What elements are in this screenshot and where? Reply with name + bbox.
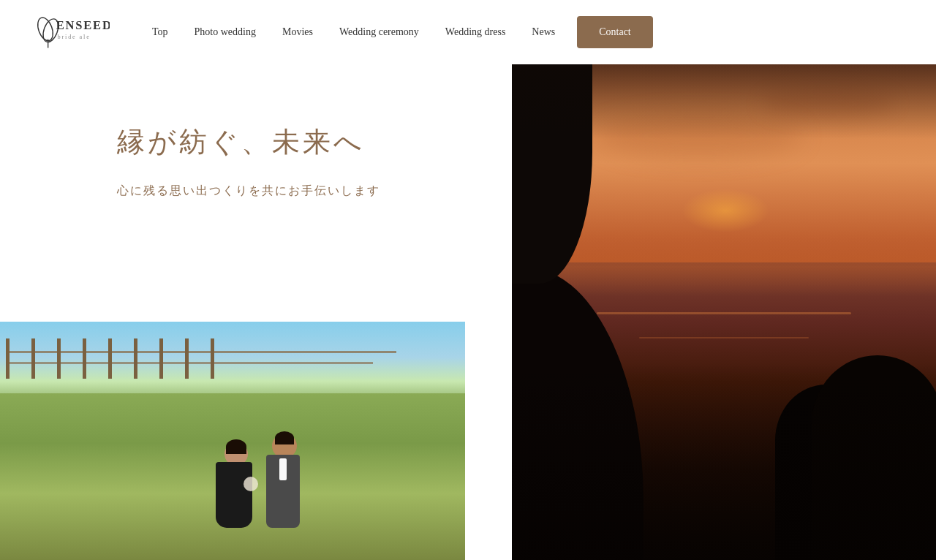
nav-photo-wedding[interactable]: Photo wedding [181,26,269,38]
nav-top[interactable]: Top [139,26,181,38]
left-panel: 縁が紡ぐ、未来へ 心に残る思い出つくりを共にお手伝いします [0,64,512,560]
main-title: 縁が紡ぐ、未来へ [117,123,512,162]
hero-text: 縁が紡ぐ、未来へ 心に残る思い出つくりを共にお手伝いします [0,64,512,243]
right-panel [512,64,936,560]
nav-wedding-dress[interactable]: Wedding dress [432,26,518,38]
main-content: 縁が紡ぐ、未来へ 心に残る思い出つくりを共にお手伝いします [0,64,936,560]
svg-text:ENSEED: ENSEED [56,18,110,32]
meadow-image [0,322,465,560]
header: ENSEED bride ale Top Photo wedding Movie… [0,0,936,64]
sub-title: 心に残る思い出つくりを共にお手伝いします [117,183,512,199]
nav-contact[interactable]: Contact [577,16,653,48]
svg-text:bride ale: bride ale [58,34,91,40]
svg-point-0 [35,15,56,42]
nav-news[interactable]: News [518,26,568,38]
main-nav: Top Photo wedding Movies Wedding ceremon… [139,16,907,48]
nav-movies[interactable]: Movies [269,26,326,38]
nav-wedding-ceremony[interactable]: Wedding ceremony [326,26,432,38]
logo[interactable]: ENSEED bride ale [29,10,110,54]
